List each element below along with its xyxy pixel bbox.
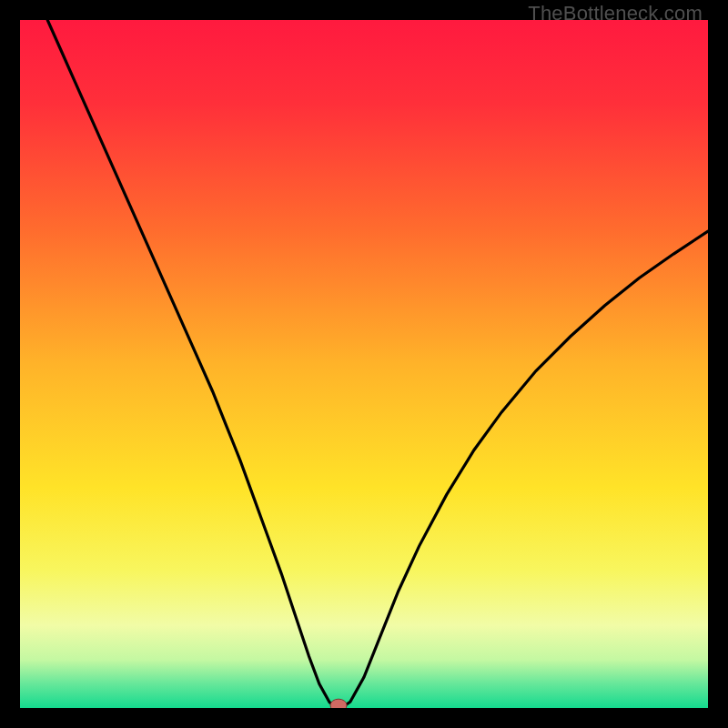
bottleneck-chart — [20, 20, 708, 708]
minimum-marker — [330, 699, 347, 708]
gradient-background — [20, 20, 708, 708]
watermark-text: TheBottleneck.com — [528, 2, 703, 25]
chart-frame — [20, 20, 708, 708]
